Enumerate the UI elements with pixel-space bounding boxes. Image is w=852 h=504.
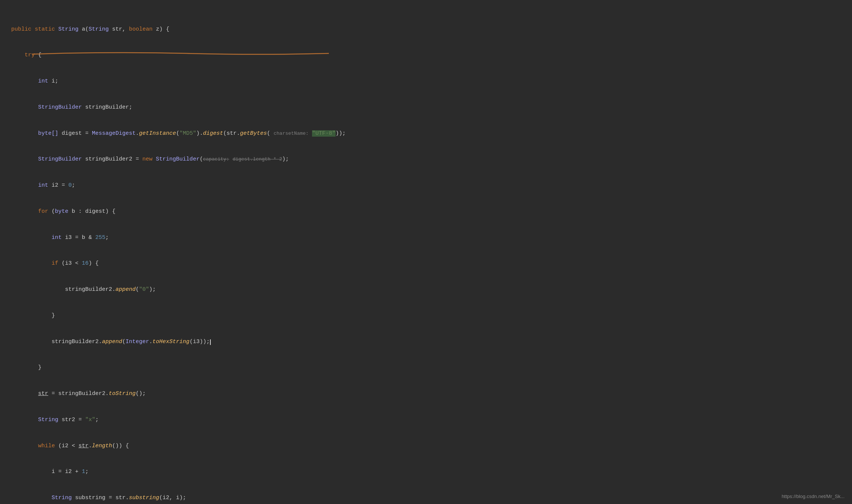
code-line-17: while (i2 < str.length()) { bbox=[11, 442, 841, 450]
code-line-12: } bbox=[11, 311, 841, 320]
code-line-8: for (byte b : digest) { bbox=[11, 207, 841, 216]
code-line-19: String substring = str.substring(i2, i); bbox=[11, 494, 841, 502]
code-line-6: StringBuilder stringBuilder2 = new Strin… bbox=[11, 155, 841, 164]
code-line-10: if (i3 < 16) { bbox=[11, 259, 841, 268]
code-line-13: stringBuilder2.append(Integer.toHexStrin… bbox=[11, 337, 841, 346]
code-editor: public static String a(String str, boole… bbox=[0, 0, 852, 504]
code-line-5: byte[] digest = MessageDigest.getInstanc… bbox=[11, 129, 841, 138]
code-line-1: public static String a(String str, boole… bbox=[11, 25, 841, 34]
code-line-18: i = i2 + 1; bbox=[11, 467, 841, 476]
code-line-16: String str2 = "x"; bbox=[11, 416, 841, 424]
url-bar: https://blog.csdn.net/Mr_Sk... bbox=[782, 493, 845, 500]
code-line-4: StringBuilder stringBuilder; bbox=[11, 103, 841, 112]
code-line-15: str = stringBuilder2.toString(); bbox=[11, 389, 841, 398]
code-line-3: int i; bbox=[11, 77, 841, 85]
code-line-2: try { bbox=[11, 51, 841, 59]
code-line-11: stringBuilder2.append("0"); bbox=[11, 285, 841, 294]
code-line-7: int i2 = 0; bbox=[11, 181, 841, 190]
code-line-9: int i3 = b & 255; bbox=[11, 233, 841, 242]
code-line-14: } bbox=[11, 363, 841, 372]
